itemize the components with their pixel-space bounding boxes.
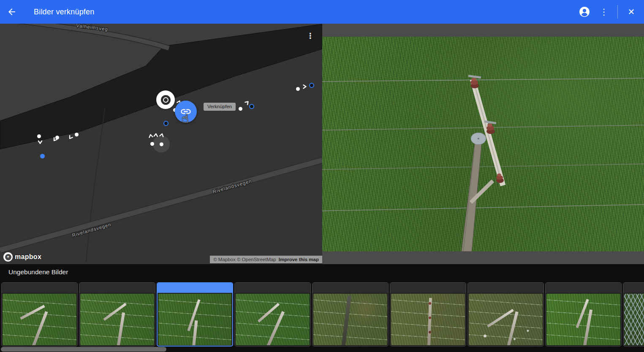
thumbnail-header-strip	[158, 283, 232, 293]
thumbnail-photo	[469, 294, 543, 345]
arrow-left-icon	[7, 7, 17, 17]
thumbnail-5[interactable]	[312, 282, 389, 347]
thumbnail-header-strip	[546, 283, 621, 293]
image-dot-marker-ring[interactable]	[163, 121, 168, 126]
map-options-button[interactable]: ⋮	[303, 28, 318, 44]
filmstrip-section: Ungebundene Bilder	[0, 264, 644, 352]
thumbnail-header-strip	[468, 283, 543, 293]
map-attribution: © Mapbox © OpenStreetMap Improve this ma…	[210, 256, 322, 263]
thumbnail-header-strip	[390, 283, 466, 293]
thumbnail-photo	[391, 294, 465, 345]
current-image-marker[interactable]	[156, 90, 175, 109]
photo-panel	[322, 24, 644, 264]
mapbox-logo-icon: ✦	[3, 252, 13, 262]
attribution-text: © Mapbox © OpenStreetMap	[213, 257, 276, 262]
image-dot-marker[interactable]	[160, 142, 163, 146]
back-button[interactable]	[0, 0, 24, 24]
overflow-menu-button[interactable]: ⋮	[595, 3, 612, 20]
image-dot-marker[interactable]	[150, 142, 154, 146]
thumbnail-header-strip	[235, 283, 310, 293]
thumbnail-photo	[546, 294, 620, 345]
horizontal-scrollbar[interactable]	[1, 347, 166, 352]
direction-chevron-icon	[244, 100, 250, 106]
link-images-screen: Bilder verknüpfen ⋮ ✕ Valheim	[0, 0, 644, 352]
thumbnail-photo	[624, 294, 644, 345]
thumbnail-3-selected[interactable]	[157, 282, 233, 347]
direction-chevron-icon	[302, 84, 307, 90]
thumbnail-2[interactable]	[79, 282, 155, 347]
image-dot-marker[interactable]	[37, 134, 41, 138]
link-tooltip: Verknüpfen	[204, 103, 236, 111]
direction-chevron-icon	[68, 134, 73, 140]
thumbnail-4[interactable]	[234, 282, 311, 347]
page-title: Bilder verknüpfen	[34, 8, 94, 16]
account-button[interactable]	[576, 3, 593, 20]
thumbnail-8[interactable]	[545, 282, 622, 347]
close-button[interactable]: ✕	[623, 3, 640, 20]
thumbnail-photo	[236, 294, 310, 345]
link-action-button[interactable]	[175, 101, 197, 123]
current-photo	[322, 37, 644, 251]
thumbnail-9[interactable]	[623, 282, 644, 347]
direction-chevron-icon	[37, 139, 43, 145]
photo-insulator-top	[468, 75, 481, 88]
header-divider	[617, 5, 618, 19]
thumbnail-photo	[313, 294, 387, 345]
filmstrip-title: Ungebundene Bilder	[8, 268, 68, 276]
direction-chevron-icon	[52, 136, 58, 142]
target-icon	[161, 95, 171, 105]
thumbnail-header-strip	[2, 283, 77, 293]
app-header: Bilder verknüpfen ⋮ ✕	[0, 0, 644, 24]
vertical-dots-icon: ⋮	[307, 32, 314, 40]
photo-overlay	[322, 37, 644, 251]
thumbnail-header-strip	[312, 283, 388, 293]
image-dot-marker[interactable]	[75, 133, 79, 136]
thumbnail-7[interactable]	[467, 282, 544, 347]
thumbnail-photo	[80, 294, 154, 345]
image-dot-marker-blue[interactable]	[40, 154, 45, 158]
map-canvas[interactable]: Valheimsveg Rivelandsvegen Rivelandsvege…	[0, 24, 322, 264]
thumbnail-header-strip	[623, 283, 644, 293]
image-dot-marker[interactable]	[239, 107, 242, 111]
image-dot-marker[interactable]	[296, 87, 300, 91]
thumbnail-header-strip	[79, 283, 155, 293]
link-icon	[180, 106, 192, 117]
thumbnail-6[interactable]	[390, 282, 466, 347]
mapbox-logo[interactable]: ✦ mapbox	[3, 252, 41, 262]
improve-map-link[interactable]: Improve this map	[279, 257, 319, 262]
image-dot-marker-ring[interactable]	[309, 83, 314, 88]
direction-chevron-icon	[159, 132, 165, 138]
thumbnail-1[interactable]	[1, 282, 78, 347]
thumbnail-photo	[3, 294, 76, 345]
thumbnail-photo	[158, 294, 231, 345]
thumbnail-row	[0, 282, 644, 347]
account-icon	[579, 6, 590, 17]
